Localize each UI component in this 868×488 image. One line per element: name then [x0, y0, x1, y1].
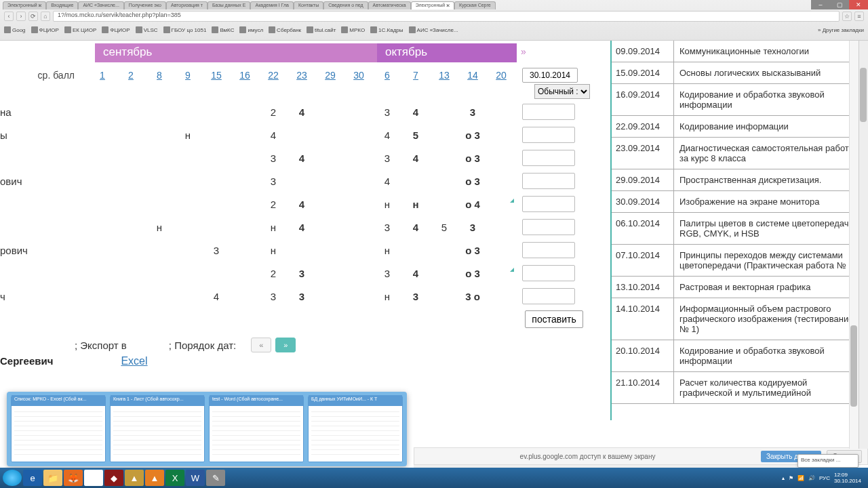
grade-cell[interactable]: 3 — [288, 291, 316, 302]
forward-icon[interactable]: › — [16, 12, 26, 21]
grade-cell[interactable]: н — [373, 199, 401, 210]
grade-cell[interactable]: 4 — [202, 291, 231, 302]
grade-cell[interactable]: 3 — [373, 106, 401, 118]
app-icon-3[interactable]: ✎ — [206, 470, 225, 486]
grade-cell[interactable]: н — [373, 291, 401, 302]
grade-cell[interactable]: 3 — [373, 152, 401, 164]
ie-icon[interactable]: e — [23, 470, 42, 486]
date-header[interactable]: 9 — [174, 70, 202, 81]
grade-cell[interactable]: 5 — [401, 129, 430, 141]
date-header[interactable]: 16 — [231, 70, 259, 81]
browser-tab[interactable]: Электронный ж — [3, 1, 46, 9]
grade-cell[interactable]: 3 — [288, 268, 316, 279]
grade-input[interactable] — [522, 219, 575, 235]
grade-cell[interactable]: н — [145, 222, 174, 233]
grade-cell[interactable]: 4 — [288, 199, 316, 210]
grade-input[interactable] — [522, 196, 575, 212]
month-next-icon[interactable]: » — [521, 46, 526, 57]
grade-cell[interactable]: 4 — [288, 152, 316, 164]
reload-icon[interactable]: ⟳ — [28, 12, 38, 21]
tray-lang[interactable]: РУС — [819, 475, 830, 481]
grade-cell[interactable]: 3 — [202, 245, 231, 256]
grade-cell[interactable]: о 3 — [458, 268, 487, 279]
window-preview[interactable]: Книга 1 - Лист (Сбой автосохр... — [110, 396, 205, 462]
bookmark[interactable]: ФЦИОР — [31, 26, 59, 33]
tray-net-icon[interactable]: 📶 — [797, 475, 804, 481]
grade-cell[interactable]: 4 — [401, 152, 430, 164]
explorer-icon[interactable]: 📁 — [43, 470, 62, 486]
grade-cell[interactable]: о 3 — [458, 176, 487, 187]
grade-cell[interactable]: о 3 — [458, 152, 487, 164]
grade-cell[interactable]: 3 — [401, 291, 430, 302]
tray-sound-icon[interactable]: 🔊 — [808, 475, 815, 481]
browser-tab[interactable]: Получение эко — [124, 1, 166, 9]
bookmark[interactable]: VLSC — [136, 26, 158, 33]
lesson-row[interactable]: 13.10.2014Растровая и векторная графика — [612, 277, 868, 298]
grade-cell[interactable]: о 3 — [458, 129, 487, 141]
post-button[interactable]: поставить — [525, 310, 583, 328]
browser-tab[interactable]: Курская Серге — [454, 1, 496, 9]
word-icon[interactable]: W — [186, 470, 205, 486]
browser-tab[interactable]: Академия I Гла — [250, 1, 293, 9]
grade-cell[interactable]: 4 — [259, 129, 288, 141]
grade-cell[interactable]: 3 — [458, 222, 487, 233]
grade-cell[interactable]: 3 — [259, 152, 288, 164]
chrome-icon[interactable]: ◐ — [84, 470, 103, 486]
bookmark[interactable]: ГБОУ цо 1051 — [163, 26, 207, 33]
grade-cell[interactable]: 3 — [259, 176, 288, 187]
grade-cell[interactable]: 4 — [373, 176, 401, 187]
tray-note[interactable]: Все закладки ... — [797, 454, 859, 468]
grade-cell[interactable]: н — [401, 199, 430, 210]
bookmark[interactable]: имусл — [239, 26, 263, 33]
grade-input[interactable] — [522, 288, 575, 304]
grade-cell[interactable]: о 4 — [458, 199, 487, 210]
window-preview[interactable]: БД данных УИТиМОиИ... - К Т — [308, 396, 403, 462]
bookmark[interactable]: 1С.Кадры — [370, 26, 403, 33]
grade-cell[interactable]: 3 — [259, 291, 288, 302]
start-icon[interactable] — [3, 470, 22, 486]
date-header[interactable]: 2 — [117, 70, 145, 81]
export-excel-link[interactable]: Excel — [121, 355, 147, 367]
date-header[interactable]: 23 — [288, 70, 316, 81]
vlc-icon[interactable]: ▲ — [145, 470, 164, 486]
window-preview[interactable]: Список: МРКО - Excel (Сбой ак... — [11, 396, 106, 462]
lesson-row[interactable]: 20.10.2014Кодирование и обработка звуков… — [612, 340, 868, 372]
bookmark[interactable]: МРКО — [341, 26, 365, 33]
lesson-row[interactable]: 29.09.2014Пространственная дискретизация… — [612, 169, 868, 191]
tray-flag-icon[interactable]: ⚑ — [789, 475, 793, 481]
date-header[interactable]: 8 — [145, 70, 174, 81]
grade-cell[interactable]: 4 — [373, 129, 401, 141]
mode-select[interactable]: Обычный : — [534, 84, 590, 99]
date-header[interactable]: 7 — [401, 70, 430, 81]
lesson-row[interactable]: 06.10.2014Палитры цветов в системе цвето… — [612, 213, 868, 245]
grade-input[interactable] — [522, 265, 575, 281]
grade-input[interactable] — [522, 150, 575, 166]
lesson-row[interactable]: 14.10.2014Информационный объем растровог… — [612, 298, 868, 340]
tray-up-icon[interactable]: ▴ — [782, 475, 785, 481]
date-header[interactable]: 1 — [88, 70, 117, 81]
lesson-row[interactable]: 30.09.2014Изображение на экране монитора — [612, 191, 868, 213]
bookmark[interactable]: titul.cайт — [307, 26, 336, 33]
lesson-row[interactable]: 21.10.2014Расчет количества кодируемой г… — [612, 372, 868, 404]
browser-tab[interactable]: АИС «Зачисле... — [78, 1, 123, 9]
grade-input[interactable] — [522, 104, 575, 120]
date-header[interactable]: 6 — [373, 70, 401, 81]
grade-cell[interactable]: 4 — [401, 268, 430, 279]
grade-cell[interactable]: 2 — [259, 268, 288, 279]
app-icon-1[interactable]: ◆ — [104, 470, 123, 486]
date-header[interactable]: 22 — [259, 70, 288, 81]
menu-icon[interactable]: ≡ — [854, 12, 864, 21]
grade-cell[interactable]: 4 — [401, 106, 430, 118]
grade-input[interactable] — [522, 242, 575, 258]
date-header[interactable]: 20 — [487, 70, 515, 81]
app-icon-2[interactable]: ▲ — [125, 470, 144, 486]
browser-tab[interactable]: Электронный ж — [411, 1, 454, 9]
star-icon[interactable]: ☆ — [842, 12, 852, 21]
bookmark[interactable]: ФЦИОР — [102, 26, 130, 33]
lesson-row[interactable]: 09.09.2014Коммуникационные технологии — [612, 41, 868, 62]
other-bookmarks[interactable]: » Другие закладки — [818, 27, 864, 33]
bookmark[interactable]: ЕК ЦИОР — [64, 26, 96, 33]
date-header[interactable]: 29 — [316, 70, 344, 81]
window-preview[interactable]: test - Word (Сбой автосохране... — [209, 396, 304, 462]
win-close[interactable]: ✕ — [849, 0, 868, 9]
